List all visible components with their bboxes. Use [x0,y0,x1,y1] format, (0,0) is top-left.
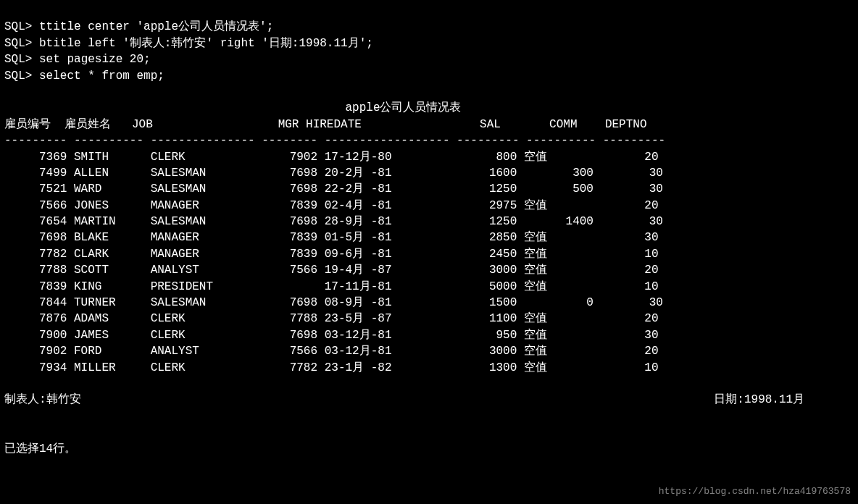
btitle-line: 制表人:韩竹安 日期:1998.11月 [4,393,804,406]
report-title-line: apple公司人员情况表 [4,101,461,114]
cmd-line: SQL> btitle left '制表人:韩竹安' right '日期:199… [4,37,373,50]
sql-prompt: SQL> [4,53,32,66]
sql-prompt: SQL> [4,20,32,33]
report-body: 7369 SMITH CLERK 7902 17-12月-80 800 空值 2… [4,151,663,374]
rowcount-line: 已选择14行。 [4,442,76,455]
report-separator-line: --------- ---------- --------------- ---… [4,134,665,147]
terminal-output: SQL> ttitle center 'apple公司人员情况表'; SQL> … [0,0,858,460]
sql-prompt: SQL> [4,70,32,83]
cmd-line: SQL> select * from emp; [4,70,164,83]
cmd-line: SQL> ttitle center 'apple公司人员情况表'; [4,20,273,33]
sql-prompt: SQL> [4,37,32,50]
report-header-line: 雇员编号 雇员姓名 JOB MGR HIREDATE SAL COMM DEPT… [4,118,647,131]
watermark: https://blog.csdn.net/hza419763578 [659,485,851,498]
cmd-line: SQL> set pagesize 20; [4,53,151,66]
